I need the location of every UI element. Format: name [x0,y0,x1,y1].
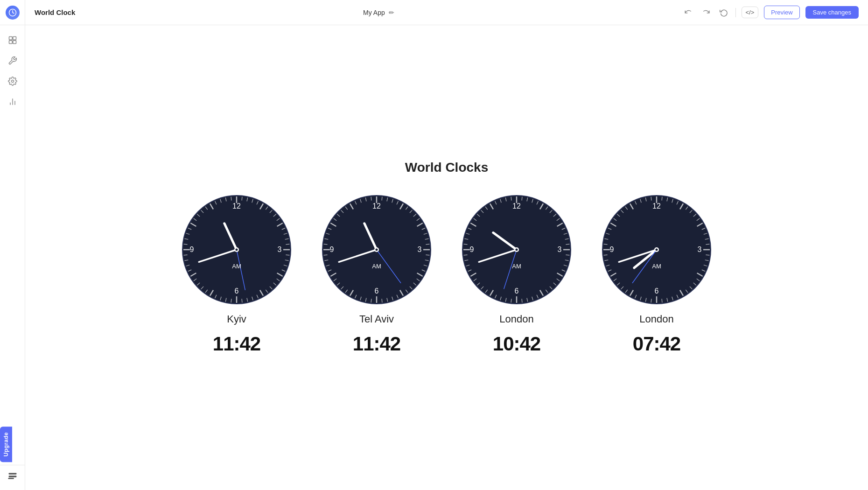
svg-rect-9 [8,473,16,475]
svg-text:12: 12 [652,202,661,210]
clock-city-2: London [499,313,533,325]
svg-line-243 [706,244,709,245]
topbar-right: </> Preview Save changes [682,6,859,19]
svg-line-275 [604,244,608,245]
clock-item-3: 12369 AM London07:42 [601,194,713,355]
sidebar-bottom[interactable] [0,465,25,490]
preview-button[interactable]: Preview [764,6,799,19]
content-area: World Clocks 12369 AM Kyiv11:42 12369 [25,25,868,490]
clock-item-0: 12369 AM Kyiv11:42 [181,194,293,355]
svg-point-225 [516,249,518,251]
clock-city-1: Tel Aviv [359,313,394,325]
clock-time-1: 11:42 [353,333,400,355]
svg-line-273 [604,255,608,255]
svg-text:9: 9 [330,245,334,253]
svg-text:6: 6 [375,287,379,295]
topbar-center: My App ✏ [363,9,394,16]
svg-line-42 [242,299,242,302]
restore-button[interactable] [718,7,730,19]
svg-rect-10 [8,476,16,477]
clocks-row: 12369 AM Kyiv11:42 12369 AM Tel Aviv11:4… [181,194,713,355]
svg-line-29 [286,255,289,255]
svg-line-116 [371,299,371,302]
clock-face-0: 12369 AM [181,194,293,306]
svg-line-129 [324,255,328,255]
app-logo[interactable] [6,6,20,20]
svg-text:3: 3 [558,245,562,253]
topbar-left: World Clock [35,8,75,16]
svg-text:9: 9 [190,245,194,253]
svg-line-216 [511,197,511,201]
svg-line-288 [651,197,651,201]
svg-line-201 [464,255,468,255]
project-name: My App [363,9,385,16]
svg-text:AM: AM [232,263,241,270]
svg-text:6: 6 [235,287,239,295]
svg-rect-1 [9,37,12,40]
svg-line-171 [566,244,569,245]
svg-line-188 [511,299,511,302]
svg-rect-4 [13,41,16,44]
svg-line-245 [706,255,709,255]
clock-city-0: Kyiv [227,313,246,325]
svg-line-203 [464,244,468,245]
svg-text:12: 12 [512,202,521,210]
svg-rect-3 [9,41,12,44]
clock-face-2: 12369 AM [461,194,573,306]
page-heading: World Clocks [405,160,488,175]
clock-item-1: 12369 AM Tel Aviv11:42 [321,194,433,355]
svg-line-101 [426,255,429,255]
toolbar-separator [735,8,736,17]
code-label: </> [746,9,755,16]
svg-point-297 [656,249,658,251]
svg-line-99 [426,244,429,245]
clock-face-1: 12369 AM [321,194,433,306]
svg-line-86 [382,197,382,201]
svg-text:3: 3 [278,245,282,253]
sidebar-item-settings[interactable] [3,72,22,91]
sidebar-nav [3,25,22,465]
code-button[interactable]: </> [742,7,759,18]
svg-line-57 [184,255,188,255]
svg-line-258 [662,299,662,302]
svg-point-153 [376,249,378,251]
sidebar-item-analytics[interactable] [3,92,22,111]
undo-button[interactable] [682,7,694,19]
svg-line-260 [651,299,651,302]
svg-line-44 [231,299,231,302]
svg-line-27 [286,244,289,245]
clock-city-3: London [639,313,673,325]
save-button[interactable]: Save changes [805,6,859,19]
svg-line-14 [242,197,242,201]
svg-line-173 [566,255,569,255]
svg-text:6: 6 [515,287,519,295]
svg-text:9: 9 [610,245,614,253]
svg-point-5 [11,80,14,83]
clock-time-0: 11:42 [213,333,260,355]
edit-icon[interactable]: ✏ [389,9,394,16]
svg-text:AM: AM [512,263,521,270]
svg-line-72 [231,197,231,201]
clock-item-2: 12369 AM London10:42 [461,194,573,355]
sidebar-item-tools[interactable] [3,51,22,70]
svg-text:12: 12 [372,202,381,210]
clock-time-3: 07:42 [633,333,680,355]
svg-rect-2 [13,37,16,40]
upgrade-button[interactable]: Upgrade [0,427,12,462]
svg-line-59 [184,244,188,245]
svg-line-158 [522,197,522,201]
svg-text:6: 6 [655,287,659,295]
svg-text:9: 9 [470,245,474,253]
clocks-container: World Clocks 12369 AM Kyiv11:42 12369 [181,160,713,355]
sidebar: Upgrade [0,0,25,490]
svg-text:AM: AM [372,263,381,270]
sidebar-logo [0,0,25,25]
sidebar-item-grid[interactable] [3,31,22,49]
svg-line-144 [371,197,371,201]
redo-button[interactable] [700,7,712,19]
svg-text:3: 3 [698,245,702,253]
app-title: World Clock [35,8,75,16]
main-area: World Clock My App ✏ [25,0,868,490]
clock-time-2: 10:42 [493,333,540,355]
topbar: World Clock My App ✏ [25,0,868,25]
